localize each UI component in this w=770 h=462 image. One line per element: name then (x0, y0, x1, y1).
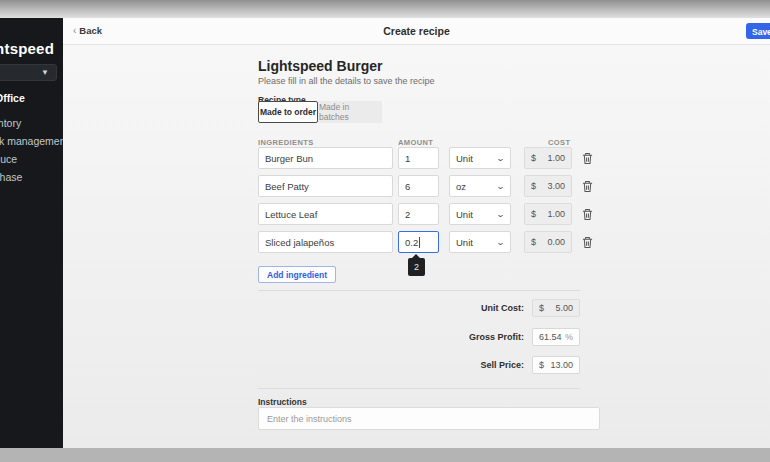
add-ingredient-button[interactable]: Add ingredient (258, 266, 336, 283)
keystroke-overlay: 2 (408, 258, 425, 276)
cost-field: $1.00 (524, 203, 572, 225)
unit-cost-value: 5.00 (555, 303, 573, 313)
unit-value: Unit (456, 237, 473, 248)
ingredient-input[interactable]: Beef Patty (258, 175, 393, 197)
sell-price-value: 13.00 (550, 360, 573, 370)
made-to-order-button[interactable]: Made to order (258, 101, 318, 123)
save-button[interactable]: Save (746, 23, 770, 39)
trash-icon (582, 152, 593, 165)
recipe-type-segmented-control: Made to order Made in batches (258, 101, 382, 123)
sell-price-row: Sell Price: $13.00 (420, 356, 580, 374)
cost-value: 3.00 (547, 181, 565, 191)
chevron-down-icon: ⌄ (496, 210, 505, 219)
chevron-down-icon: ⌄ (496, 182, 505, 191)
trash-icon (582, 208, 593, 221)
create-recipe-page: Lightspeed ▼ Back Office Inventory Stock… (0, 0, 770, 462)
delete-row-button[interactable] (582, 231, 596, 253)
recipe-name-heading: Lightspeed Burger (258, 58, 382, 74)
page-header: ‹Back Create recipe Save (63, 18, 770, 45)
sidebar-item-purchase[interactable]: Purchase (0, 171, 22, 183)
cost-value: 1.00 (547, 153, 565, 163)
sell-price-label: Sell Price: (420, 360, 532, 370)
unit-cost-field: $5.00 (532, 299, 580, 317)
delete-row-button[interactable] (582, 203, 596, 225)
percent-symbol: % (565, 332, 573, 342)
amount-input[interactable]: 6 (398, 175, 439, 197)
gross-profit-input[interactable]: 61.54% (532, 328, 580, 346)
amount-value: 0.2 (405, 237, 418, 248)
cost-field: $0.00 (524, 231, 572, 253)
location-dropdown[interactable]: ▼ (0, 64, 57, 81)
cost-value: 1.00 (547, 209, 565, 219)
ingredient-input[interactable]: Sliced jalapeños (258, 231, 393, 253)
chevron-down-icon: ⌄ (496, 154, 505, 163)
unit-value: Unit (456, 209, 473, 220)
delete-row-button[interactable] (582, 147, 596, 169)
col-header-cost: COST (548, 138, 570, 147)
cost-value: 0.00 (547, 237, 565, 247)
cost-field: $3.00 (524, 175, 572, 197)
currency-symbol: $ (531, 181, 536, 191)
sidebar-item-produce[interactable]: Produce (0, 153, 17, 165)
delete-row-button[interactable] (582, 175, 596, 197)
caret-down-icon: ▼ (41, 68, 49, 77)
sidebar-item-back-office[interactable]: Back Office (0, 92, 25, 104)
currency-symbol: $ (531, 237, 536, 247)
bottom-chrome-band (0, 448, 770, 462)
unit-select[interactable]: Unit⌄ (449, 231, 511, 253)
recipe-subtitle: Please fill in all the details to save t… (258, 76, 435, 86)
trash-icon (582, 236, 593, 249)
cost-field: $1.00 (524, 147, 572, 169)
currency-symbol: $ (531, 153, 536, 163)
made-in-batches-button[interactable]: Made in batches (318, 101, 382, 123)
amount-input-focused[interactable]: 0.2 (398, 231, 439, 253)
col-header-ingredients: INGREDIENTS (258, 138, 314, 147)
lightspeed-logo: Lightspeed (0, 40, 54, 57)
unit-cost-label: Unit Cost: (420, 303, 532, 313)
sidebar: Lightspeed ▼ Back Office Inventory Stock… (0, 18, 63, 448)
gross-profit-label: Gross Profit: (420, 332, 532, 342)
unit-select[interactable]: Unit⌄ (449, 147, 511, 169)
currency-symbol: $ (531, 209, 536, 219)
currency-symbol: $ (539, 360, 544, 370)
top-chrome-band (0, 0, 770, 18)
currency-symbol: $ (539, 303, 544, 313)
sidebar-item-stock-management[interactable]: Stock management (0, 135, 63, 147)
amount-input[interactable]: 1 (398, 147, 439, 169)
unit-value: oz (456, 181, 466, 192)
section-divider (258, 388, 580, 389)
instructions-label: Instructions (258, 397, 307, 407)
sidebar-item-inventory[interactable]: Inventory (0, 117, 21, 129)
unit-select[interactable]: oz⌄ (449, 175, 511, 197)
gross-profit-row: Gross Profit: 61.54% (420, 328, 580, 346)
col-header-amount: AMOUNT (398, 138, 433, 147)
sell-price-input[interactable]: $13.00 (532, 356, 580, 374)
main-content: Lightspeed Burger Please fill in all the… (63, 45, 770, 448)
text-cursor (419, 237, 420, 248)
ingredient-input[interactable]: Burger Bun (258, 147, 393, 169)
unit-select[interactable]: Unit⌄ (449, 203, 511, 225)
instructions-input[interactable] (258, 407, 600, 430)
gross-profit-value: 61.54 (539, 332, 562, 342)
chevron-down-icon: ⌄ (496, 238, 505, 247)
unit-value: Unit (456, 153, 473, 164)
amount-input[interactable]: 2 (398, 203, 439, 225)
trash-icon (582, 180, 593, 193)
page-title: Create recipe (63, 25, 770, 37)
unit-cost-row: Unit Cost: $5.00 (420, 299, 580, 317)
section-divider (258, 290, 580, 291)
ingredient-input[interactable]: Lettuce Leaf (258, 203, 393, 225)
